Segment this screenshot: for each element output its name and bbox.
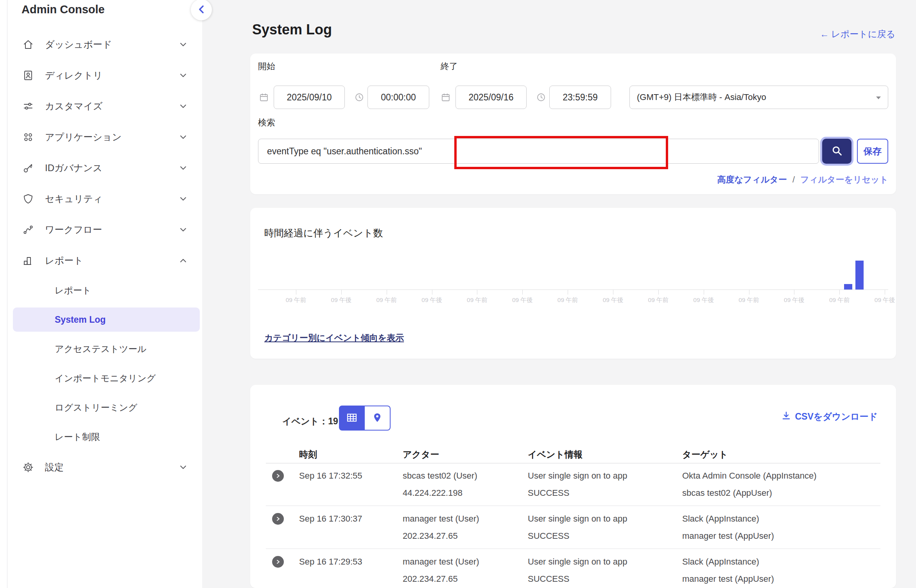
events-card: イベント：19 CSVをダウンロード 時刻アクターイベント情報ターゲットSep … (250, 385, 896, 588)
sidebar-nav: ダッシュボードディレクトリカスタマイズアプリケーションIDガバナンスセキュリティ… (0, 29, 202, 483)
directory-icon (22, 70, 34, 81)
chart-tick-label: 09 午後 (503, 296, 542, 304)
sidebar-item-label: ダッシュボード (45, 38, 112, 51)
sidebar-item-import-monitoring[interactable]: インポートモニタリング (0, 364, 202, 393)
reset-filter-link[interactable]: フィルターをリセット (800, 175, 888, 184)
chart-tick-label: 09 午後 (865, 296, 904, 304)
row-expand-button[interactable] (272, 513, 284, 525)
main-content: System Log ← レポートに戻る 開始 終了 2025/09/10 00… (202, 0, 916, 588)
chart-tick (568, 290, 568, 295)
table-cell: Slack (AppInstance) (682, 557, 759, 567)
end-date-input[interactable]: 2025/09/16 (455, 86, 527, 109)
table-cell: Sep 16 17:29:53 (299, 557, 362, 567)
search-button[interactable] (822, 139, 851, 164)
chevron-down-icon (180, 104, 186, 108)
sidebar-item-workflow[interactable]: ワークフロー (0, 214, 202, 245)
sidebar-item-dashboard[interactable]: ダッシュボード (0, 29, 202, 60)
row-expand-button[interactable] (272, 556, 284, 568)
end-time-input[interactable]: 23:59:59 (549, 86, 611, 109)
row-expand-button[interactable] (272, 470, 284, 482)
category-trend-link[interactable]: カテゴリー別にイベント傾向を表示 (264, 332, 404, 344)
chevron-down-icon (180, 227, 186, 232)
chart-tick (885, 290, 885, 295)
sidebar-item-settings[interactable]: 設定 (0, 452, 202, 483)
start-time-input[interactable]: 00:00:00 (367, 86, 429, 109)
timezone-select[interactable]: (GMT+9) 日本標準時 - Asia/Tokyo (629, 86, 888, 109)
sidebar-item-access-testing-tool[interactable]: アクセステストツール (0, 334, 202, 364)
sidebar: Admin Console ダッシュボードディレクトリカスタマイズアプリケーショ… (0, 0, 202, 588)
chart-tick-label: 09 午後 (322, 296, 361, 304)
app-title: Admin Console (22, 3, 105, 16)
back-to-reports-link[interactable]: ← レポートに戻る (820, 28, 895, 40)
sidebar-item-customize[interactable]: カスタマイズ (0, 91, 202, 122)
chevron-down-icon (180, 465, 186, 469)
sidebar-item-label: レポート (45, 254, 83, 267)
chevron-up-icon (180, 258, 186, 263)
advanced-filter-link[interactable]: 高度なフィルター (717, 175, 787, 184)
chart-tick (522, 290, 523, 295)
table-cell: manager test (User) (403, 557, 479, 567)
chart-tick-label: 09 午前 (820, 296, 859, 304)
home-icon (22, 39, 34, 50)
calendar-icon (441, 92, 451, 102)
chart-bar (844, 284, 852, 290)
sidebar-item-system-log[interactable]: System Log (13, 307, 200, 332)
sidebar-item-label: セキュリティ (45, 193, 102, 205)
chart-bar (855, 261, 864, 290)
chart-tick (658, 290, 659, 295)
sidebar-item-label: アプリケーション (45, 131, 122, 143)
chart-tick (387, 290, 387, 295)
filter-links: 高度なフィルター / フィルターをリセット (717, 174, 888, 186)
sidebar-item-label: IDガバナンス (45, 162, 102, 174)
security-icon (22, 193, 34, 205)
chart-tick (613, 290, 613, 295)
table-cell: Okta Admin Console (AppInstance) (682, 471, 817, 481)
table-row: Sep 16 17:30:37manager test (User)202.23… (250, 506, 896, 549)
sidebar-collapse-button[interactable] (191, 0, 212, 20)
search-input[interactable]: eventType eq "user.authentication.sso" (258, 139, 819, 164)
sidebar-item-directory[interactable]: ディレクトリ (0, 60, 202, 91)
chart-tick (432, 290, 432, 295)
system-log-table: 時刻アクターイベント情報ターゲットSep 16 17:32:55sbcas te… (250, 385, 896, 588)
search-label: 検索 (258, 117, 275, 129)
chart-card: 時間経過に伴うイベント数 09 午前09 午後09 午前09 午後09 午前09… (250, 208, 896, 359)
start-date-input[interactable]: 2025/09/10 (274, 86, 345, 109)
chart-x-axis (258, 290, 888, 290)
table-cell: manager test (AppUser) (682, 574, 774, 584)
reports-icon (22, 255, 34, 266)
sidebar-item-rate-limits[interactable]: レート制限 (0, 422, 202, 452)
table-cell: manager test (AppUser) (682, 531, 774, 541)
identity-governance-icon (22, 162, 34, 174)
chart-tick (794, 290, 794, 295)
table-header-0: 時刻 (299, 449, 317, 461)
chart-tick-label: 09 午後 (684, 296, 723, 304)
sidebar-item-label: ディレクトリ (45, 69, 102, 82)
chevron-down-icon (180, 135, 186, 139)
link-separator: / (792, 175, 795, 184)
table-cell: User single sign on to app (528, 514, 627, 524)
sidebar-item-log-streaming[interactable]: ログストリーミング (0, 393, 202, 422)
save-button[interactable]: 保存 (857, 139, 888, 164)
chart-tick-label: 09 午後 (593, 296, 633, 304)
sidebar-item-reports[interactable]: レポート (0, 245, 202, 276)
filter-card: 開始 終了 2025/09/10 00:00:00 2025/09/16 23:… (250, 54, 896, 194)
table-header-3: ターゲット (682, 449, 728, 461)
table-cell: sbcas test02 (AppUser) (682, 488, 772, 498)
sidebar-item-applications[interactable]: アプリケーション (0, 122, 202, 152)
applications-icon (22, 131, 34, 143)
sidebar-item-reports[interactable]: レポート (0, 276, 202, 305)
chart-tick (296, 290, 296, 295)
table-cell: Slack (AppInstance) (682, 514, 759, 524)
sidebar-item-identity-governance[interactable]: IDガバナンス (0, 152, 202, 183)
chart-tick-label: 09 午前 (548, 296, 587, 304)
table-cell: manager test (User) (403, 514, 479, 524)
sidebar-item-security[interactable]: セキュリティ (0, 183, 202, 214)
table-header-1: アクター (403, 449, 439, 461)
chevron-down-icon (180, 73, 186, 77)
chevron-down-icon (180, 166, 186, 170)
timezone-value: (GMT+9) 日本標準時 - Asia/Tokyo (637, 91, 766, 103)
workflow-icon (22, 224, 34, 236)
customize-icon (22, 100, 34, 112)
caret-down-icon (876, 97, 881, 99)
table-header-2: イベント情報 (528, 449, 583, 461)
